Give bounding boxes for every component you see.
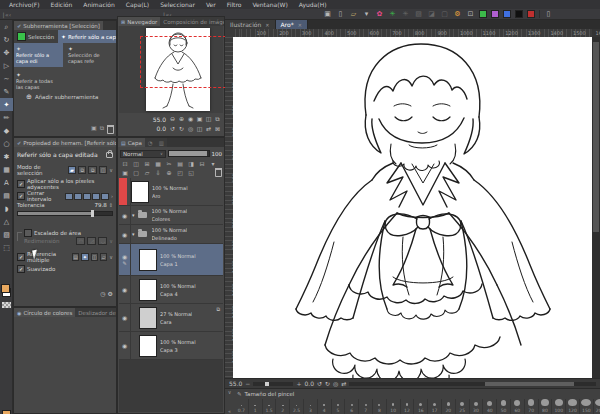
disabled-select-icon[interactable]: ▨ bbox=[413, 10, 424, 19]
interval-segment-4[interactable] bbox=[101, 193, 109, 200]
close-tab-icon[interactable]: ✕ bbox=[265, 22, 269, 28]
save-subtool-icon[interactable]: ▣ bbox=[91, 124, 97, 134]
new-layer-icon[interactable]: ▣ bbox=[120, 169, 130, 177]
clip-to-layer-icon[interactable]: ◫ bbox=[131, 159, 141, 167]
brush-size-60[interactable]: 60 bbox=[511, 399, 525, 414]
document-tab-1[interactable]: Aro*✕ bbox=[276, 20, 308, 29]
brush-size-200[interactable]: 200 bbox=[594, 399, 600, 414]
disabled-invert-icon[interactable]: ▢ bbox=[439, 10, 450, 19]
figure-tool-icon[interactable]: △ bbox=[0, 215, 13, 228]
brush-panel-collapse-strip[interactable]: ∨ « bbox=[225, 389, 234, 414]
brush-size-30[interactable]: 30 bbox=[470, 399, 484, 414]
panel-collapse-chevrons-left[interactable]: ∣«‹ bbox=[2, 11, 11, 18]
frame-tool-icon[interactable]: ▦ bbox=[0, 163, 13, 176]
panel-tool-icon[interactable]: ▤ bbox=[0, 189, 13, 202]
brush-size-4[interactable]: 4 bbox=[318, 399, 332, 414]
brush-size-16[interactable]: 16 bbox=[414, 399, 428, 414]
layer-row-delineado[interactable]: ◉▾100 % NormalDelineado bbox=[119, 225, 223, 244]
brush-size-50[interactable]: 50 bbox=[497, 399, 511, 414]
opacity-slider[interactable] bbox=[168, 150, 210, 157]
brush-size-80[interactable]: 80 bbox=[539, 399, 553, 414]
brush-size-25[interactable]: 25 bbox=[456, 399, 470, 414]
layer-name[interactable]: Aro bbox=[152, 192, 188, 200]
canvas-zoom-in-icon[interactable]: + bbox=[296, 380, 301, 387]
layer-name[interactable]: Capa 1 bbox=[160, 260, 196, 268]
dual-view-icon[interactable]: ⧉ bbox=[213, 115, 222, 123]
canvas-zoom-slider[interactable] bbox=[253, 382, 293, 386]
rotate-right-icon[interactable]: ↻ bbox=[177, 125, 186, 132]
brush-size-1.5[interactable]: 1.5 bbox=[263, 399, 277, 414]
layer-name[interactable]: Capa 3 bbox=[160, 346, 196, 354]
tolerance-spinner-icon[interactable]: ⇕ bbox=[109, 202, 113, 208]
wrench-icon[interactable]: ⚙ bbox=[108, 290, 113, 297]
color-slider-tab[interactable]: Deslizador de colores bbox=[75, 308, 116, 317]
workspace-icon[interactable]: ▣ bbox=[322, 10, 333, 19]
interval-segment-1[interactable] bbox=[74, 193, 82, 200]
lock-layer-icon[interactable]: ⊞ bbox=[142, 159, 152, 167]
menu-item-4[interactable]: Seleccionar bbox=[155, 1, 200, 8]
new-folder-icon[interactable]: ▱ bbox=[142, 169, 152, 177]
layer-row-capa-4[interactable]: ◉100 % NormalCapa 4 bbox=[119, 276, 223, 304]
brush-size-120[interactable]: 120 bbox=[566, 399, 580, 414]
stroke-history-icon[interactable]: ◷ bbox=[100, 290, 105, 297]
add-subtool-button[interactable]: ⊕ Añadir subherramienta bbox=[26, 93, 98, 101]
subview-tab[interactable]: Composición de imágenes bbox=[160, 17, 224, 26]
brush-size-12[interactable]: 12 bbox=[401, 399, 415, 414]
menu-item-5[interactable]: Ver bbox=[201, 1, 221, 8]
zoom-100-icon[interactable]: ◉ bbox=[186, 115, 195, 123]
layer-mask-icon[interactable]: ◰ bbox=[175, 169, 185, 177]
subtool-active-chip[interactable]: ✦ Referir sólo a capa e bbox=[58, 30, 116, 43]
menu-item-2[interactable]: Animación bbox=[78, 1, 120, 8]
opacity-value[interactable]: 100 bbox=[212, 151, 223, 157]
flip-vertical-icon[interactable]: ⇄ bbox=[204, 125, 213, 132]
new-vector-layer-icon[interactable]: ▢ bbox=[131, 169, 141, 177]
navigator-view-rectangle[interactable] bbox=[140, 36, 226, 88]
subtool-item-1[interactable]: ✦Selección de capas refe bbox=[66, 43, 115, 67]
lock-transparent-icon[interactable]: ▦ bbox=[153, 159, 163, 167]
brush-panel-header[interactable]: ✎ Tamaño del pincel bbox=[225, 389, 600, 398]
canvas[interactable] bbox=[233, 37, 592, 378]
open-file-icon[interactable]: ▱ bbox=[348, 10, 359, 19]
layer-name[interactable]: Capa 4 bbox=[160, 290, 196, 298]
ref-reference-layer-button[interactable]: ✦ bbox=[81, 253, 88, 261]
move-tool-icon[interactable]: ✥ bbox=[0, 46, 13, 59]
brush-size-7[interactable]: 7 bbox=[359, 399, 373, 414]
multi-ref-dropdown-icon[interactable]: ∨ bbox=[109, 254, 113, 260]
brush-size-70[interactable]: 70 bbox=[525, 399, 539, 414]
layer-thumbnail[interactable] bbox=[139, 249, 157, 271]
apply-mask-icon[interactable]: ◱ bbox=[186, 169, 196, 177]
brush-size-100[interactable]: 100 bbox=[552, 399, 566, 414]
swatch-red[interactable] bbox=[527, 10, 535, 18]
rotate-canvas-tool-icon[interactable]: ↻ bbox=[0, 33, 13, 46]
tablet-mode-icon[interactable]: ▯ bbox=[335, 10, 346, 19]
canvas-rotate-right-icon[interactable]: ↻ bbox=[325, 380, 330, 387]
subtool-group-tab-seleccion[interactable]: Selección bbox=[14, 30, 58, 43]
fit-screen-icon[interactable]: ▣ bbox=[195, 115, 204, 123]
brush-size-20[interactable]: 20 bbox=[442, 399, 456, 414]
smoothing-checkbox[interactable]: ✓ bbox=[17, 265, 25, 273]
ruler-corner[interactable] bbox=[225, 29, 233, 37]
color-wheel-tab[interactable]: ◉ Círculo de colores bbox=[14, 308, 75, 317]
canvas-reset-icon[interactable]: ◎ bbox=[333, 380, 338, 387]
curve-tool-icon[interactable]: ~ bbox=[0, 72, 13, 85]
delete-layer-button[interactable] bbox=[215, 168, 222, 177]
reset-view-icon[interactable]: ⊠ bbox=[213, 125, 222, 132]
material-icon[interactable]: ✳ bbox=[387, 10, 398, 19]
layer-row-cara[interactable]: ◉27 % NormalCara⧉ bbox=[119, 304, 223, 332]
layer-name[interactable]: Delineado bbox=[152, 234, 188, 242]
selection-tool-icon[interactable]: ⬚ bbox=[0, 241, 13, 254]
swatch-green[interactable] bbox=[479, 10, 487, 18]
ref-all-layers-button[interactable]: ▤ bbox=[72, 253, 79, 261]
visibility-eye-icon[interactable]: ◉ bbox=[122, 231, 127, 238]
disabled-star-icon[interactable]: ✳ bbox=[400, 10, 411, 19]
navigator-tab[interactable]: ⊞ Navegador bbox=[118, 17, 160, 26]
brush-size-40[interactable]: 40 bbox=[483, 399, 497, 414]
tolerance-value[interactable]: 79.8 bbox=[95, 202, 107, 208]
reset-rotation-icon[interactable]: ◎ bbox=[186, 125, 195, 132]
display-settings-icon[interactable]: ⊡ bbox=[465, 10, 476, 19]
subtool-item-0[interactable]: ✦Referir sólo a capa edi bbox=[14, 43, 63, 67]
airbrush-tool-icon[interactable]: ○ bbox=[0, 137, 13, 150]
vertical-scrollbar[interactable] bbox=[592, 37, 600, 378]
layer-thumbnail[interactable] bbox=[139, 279, 157, 301]
brush-size-150[interactable]: 150 bbox=[580, 399, 594, 414]
